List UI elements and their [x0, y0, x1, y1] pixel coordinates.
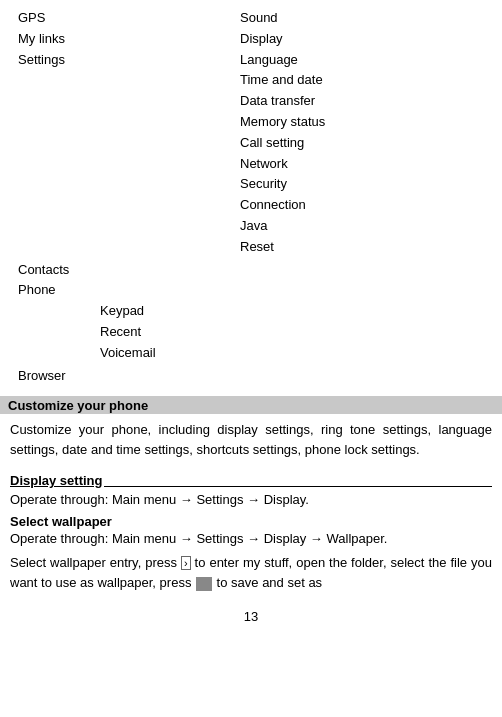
menu-item-datatransfer[interactable]: Data transfer [240, 91, 502, 112]
display-header-row: Display setting [10, 473, 492, 488]
menu-item-connection[interactable]: Connection [240, 195, 502, 216]
display-line-2: Operate through: Main menu → Settings → … [10, 529, 492, 549]
menu-item-keypad[interactable]: Keypad [0, 301, 240, 322]
customize-section-bar: Customize your phone [0, 396, 502, 414]
display-line-1: Operate through: Main menu → Settings → … [10, 490, 492, 510]
display-header-line [104, 486, 492, 487]
display-line-3: Select wallpaper entry, press › to enter… [10, 553, 492, 593]
left-menu-col: GPS My links Settings [0, 8, 240, 258]
contacts-phone-section: Contacts Phone Keypad Recent Voicemail [0, 260, 502, 364]
select-wallpaper-label: Select wallpaper [10, 514, 492, 529]
menu-item-callsetting[interactable]: Call setting [240, 133, 502, 154]
contacts-phone-left: Contacts Phone Keypad Recent Voicemail [0, 260, 240, 364]
menu-item-java[interactable]: Java [240, 216, 502, 237]
display-section-title: Display setting [10, 473, 102, 488]
menu-item-gps[interactable]: GPS [0, 8, 240, 29]
menu-item-network[interactable]: Network [240, 154, 502, 175]
right-menu-col: Sound Display Language Time and date Dat… [240, 8, 502, 258]
customize-content: Customize your phone, including display … [0, 414, 502, 470]
menu-item-phone[interactable]: Phone [0, 280, 240, 301]
menu-item-voicemail[interactable]: Voicemail [0, 343, 240, 364]
menu-item-contacts[interactable]: Contacts [0, 260, 240, 281]
menu-item-timedate[interactable]: Time and date [240, 70, 502, 91]
menu-item-language[interactable]: Language [240, 50, 502, 71]
page: GPS My links Settings Sound Display Lang… [0, 0, 502, 717]
menu-item-browser[interactable]: Browser [0, 366, 502, 387]
menu-item-recent[interactable]: Recent [0, 322, 240, 343]
page-number: 13 [0, 609, 502, 624]
menu-item-mylinks[interactable]: My links [0, 29, 240, 50]
customize-body: Customize your phone, including display … [10, 420, 492, 460]
menu-item-reset[interactable]: Reset [240, 237, 502, 258]
top-menu: GPS My links Settings Sound Display Lang… [0, 8, 502, 258]
menu-item-security[interactable]: Security [240, 174, 502, 195]
menu-item-settings[interactable]: Settings [0, 50, 240, 71]
display-section: Display setting Operate through: Main me… [0, 471, 502, 604]
customize-title: Customize your phone [8, 398, 148, 413]
menu-item-display[interactable]: Display [240, 29, 502, 50]
menu-item-sound[interactable]: Sound [240, 8, 502, 29]
menu-item-memorystatus[interactable]: Memory status [240, 112, 502, 133]
